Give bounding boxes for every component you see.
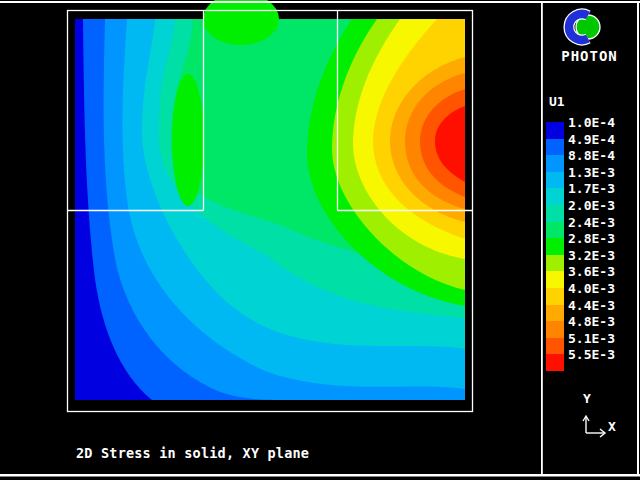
legend-swatch [546,288,564,305]
legend-tick-label: 4.4E-3 [568,299,615,312]
x-axis-label: X [608,419,616,434]
legend-panel: PHOTON U1 1.0E-44.9E-48.8E-41.3E-31.7E-3… [541,0,640,480]
legend-tick-label: 4.8E-3 [568,315,615,328]
legend-swatch [546,172,564,189]
legend-tick-label: 1.0E-4 [568,116,615,129]
legend-tick-label: 2.8E-3 [568,232,615,245]
legend-tick-label: 5.1E-3 [568,332,615,345]
legend-tick-label: 3.6E-3 [568,265,615,278]
contour-band [172,74,204,206]
legend-swatch [546,354,564,371]
legend-swatch [546,305,564,322]
legend-tick-label: 5.5E-3 [568,348,615,361]
photon-logo-icon [561,8,609,48]
photon-logo-text: PHOTON [541,48,638,64]
legend-swatch [546,188,564,205]
legend-swatch [546,321,564,338]
legend-entries: 1.0E-44.9E-48.8E-41.3E-31.7E-32.0E-32.4E… [546,122,636,374]
legend-tick-label: 4.0E-3 [568,282,615,295]
legend-swatch [546,122,564,139]
legend-tick-label: 2.4E-3 [568,216,615,229]
legend-tick-label: 2.0E-3 [568,199,615,212]
contour-field [75,0,465,400]
legend-tick-label: 8.8E-4 [568,149,615,162]
legend-swatch [546,222,564,239]
photon-window: 2D Stress in solid, XY plane PHOTON U1 1… [0,0,640,480]
legend-tick-label: 3.2E-3 [568,249,615,262]
plot-caption: 2D Stress in solid, XY plane [76,445,309,461]
legend-swatch [546,155,564,172]
legend-tick-label: 4.9E-4 [568,133,615,146]
legend-title: U1 [549,94,565,109]
y-axis-label: Y [583,391,591,406]
legend-tick-label: 1.3E-3 [568,166,615,179]
legend-swatch [546,205,564,222]
legend-swatch [546,238,564,255]
legend-swatch [546,271,564,288]
legend-swatch [546,139,564,156]
legend-tick-label: 1.7E-3 [568,182,615,195]
legend-swatch [546,338,564,355]
legend-swatch [546,255,564,272]
